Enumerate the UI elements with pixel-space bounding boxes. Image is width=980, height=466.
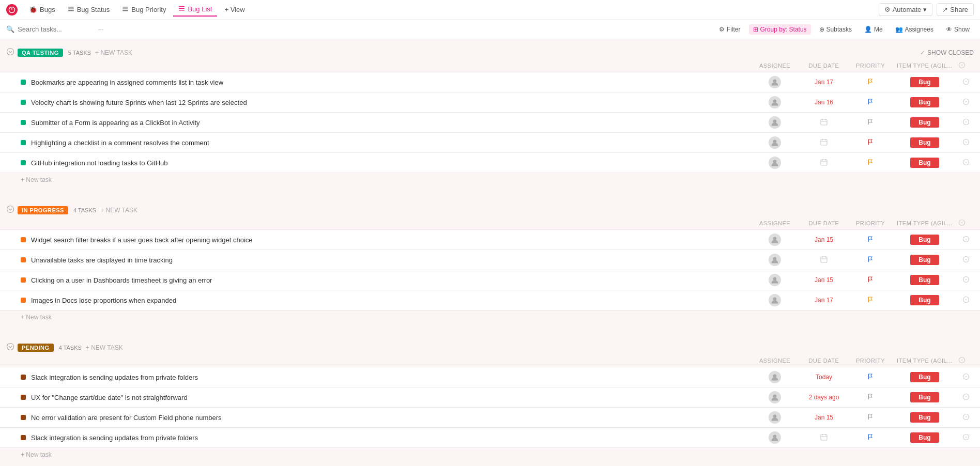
new-task-button-pending[interactable]: + New task — [0, 448, 980, 461]
bug-badge[interactable]: Bug — [910, 255, 939, 265]
bug-badge[interactable]: Bug — [910, 432, 939, 443]
subtasks-button[interactable]: ⊕ Subtasks — [815, 24, 856, 35]
task-due-date[interactable]: Jan 16 — [798, 99, 850, 106]
task-due-date[interactable]: Jan 15 — [798, 414, 850, 421]
settings-icon[interactable] — [962, 433, 970, 442]
table-row[interactable]: Submitter of a Form is appearing as a Cl… — [0, 113, 980, 133]
task-settings[interactable] — [958, 296, 974, 305]
me-button[interactable]: 👤 Me — [860, 24, 887, 35]
task-priority[interactable] — [850, 276, 891, 285]
task-item-type[interactable]: Bug — [891, 392, 958, 402]
task-due-date[interactable] — [798, 433, 850, 442]
task-due-date[interactable] — [798, 118, 850, 127]
bug-badge[interactable]: Bug — [910, 235, 939, 245]
new-task-button-in-progress[interactable]: + New task — [0, 310, 980, 324]
task-priority[interactable] — [850, 236, 891, 244]
section-title-in-progress[interactable]: IN PROGRESS — [18, 206, 68, 214]
table-row[interactable]: Images in Docs lose proportions when exp… — [0, 290, 980, 310]
task-priority[interactable] — [850, 138, 891, 147]
settings-icon[interactable] — [962, 393, 970, 402]
bug-badge[interactable]: Bug — [910, 295, 939, 305]
collapse-button-in-progress[interactable] — [6, 205, 14, 215]
task-item-type[interactable]: Bug — [891, 97, 958, 107]
table-row[interactable]: Clicking on a user in Dashboards timeshe… — [0, 270, 980, 290]
task-name[interactable]: UX for "Change start/due date" is not st… — [31, 394, 752, 401]
task-priority[interactable] — [850, 296, 891, 305]
show-closed-button-qa-testing[interactable]: ✓ SHOW CLOSED — [920, 49, 974, 56]
task-item-type[interactable]: Bug — [891, 137, 958, 148]
nav-bug-list[interactable]: Bug List — [173, 3, 217, 17]
automate-button[interactable]: ⚙ Automate ▾ — [879, 3, 933, 16]
section-title-qa-testing[interactable]: QA TESTING — [18, 49, 63, 57]
task-due-date[interactable] — [798, 256, 850, 265]
table-row[interactable]: Velocity chart is showing future Sprints… — [0, 92, 980, 113]
settings-icon[interactable] — [962, 78, 970, 87]
task-name[interactable]: Images in Docs lose proportions when exp… — [31, 297, 752, 304]
task-name[interactable]: Bookmarks are appearing in assigned comm… — [31, 79, 752, 86]
bug-badge[interactable]: Bug — [910, 275, 939, 285]
share-button[interactable]: ↗ Share — [937, 3, 974, 16]
nav-bug-priority[interactable]: Bug Priority — [117, 4, 171, 16]
task-item-type[interactable]: Bug — [891, 412, 958, 423]
settings-icon[interactable] — [962, 373, 970, 382]
assignees-button[interactable]: 👥 Assignees — [891, 24, 938, 35]
task-due-date[interactable]: Jan 15 — [798, 236, 850, 243]
task-due-date[interactable] — [798, 159, 850, 167]
task-item-type[interactable]: Bug — [891, 158, 958, 168]
task-priority[interactable] — [850, 256, 891, 265]
task-due-date[interactable]: Jan 17 — [798, 297, 850, 304]
bug-badge[interactable]: Bug — [910, 412, 939, 423]
task-item-type[interactable]: Bug — [891, 295, 958, 305]
show-button[interactable]: 👁 Show — [942, 24, 974, 35]
table-row[interactable]: Widget search filter breaks if a user go… — [0, 230, 980, 250]
settings-icon[interactable] — [962, 98, 970, 107]
task-item-type[interactable]: Bug — [891, 275, 958, 285]
task-priority[interactable] — [850, 373, 891, 382]
task-item-type[interactable]: Bug — [891, 372, 958, 382]
settings-icon[interactable] — [962, 138, 970, 147]
settings-icon[interactable] — [962, 236, 970, 244]
table-row[interactable]: Unavailable tasks are displayed in time … — [0, 250, 980, 270]
task-item-type[interactable]: Bug — [891, 432, 958, 443]
task-settings[interactable] — [958, 413, 974, 422]
task-item-type[interactable]: Bug — [891, 235, 958, 245]
task-settings[interactable] — [958, 138, 974, 147]
task-name[interactable]: GitHub integration not loading tasks to … — [31, 159, 752, 167]
bug-badge[interactable]: Bug — [910, 392, 939, 402]
filter-button[interactable]: ⚙ Filter — [715, 24, 745, 35]
task-settings[interactable] — [958, 159, 974, 167]
section-title-pending[interactable]: PENDING — [18, 344, 54, 352]
search-input[interactable] — [18, 25, 95, 33]
task-name[interactable]: Highlighting a checklist in a comment re… — [31, 139, 752, 147]
task-settings[interactable] — [958, 118, 974, 127]
nav-bugs[interactable]: 🐞 Bugs — [24, 4, 60, 15]
task-name[interactable]: Clicking on a user in Dashboards timeshe… — [31, 276, 752, 284]
task-priority[interactable] — [850, 159, 891, 167]
task-item-type[interactable]: Bug — [891, 77, 958, 87]
table-row[interactable]: Bookmarks are appearing in assigned comm… — [0, 72, 980, 92]
table-row[interactable]: UX for "Change start/due date" is not st… — [0, 387, 980, 408]
bug-badge[interactable]: Bug — [910, 137, 939, 148]
table-row[interactable]: Slack integration is sending updates fro… — [0, 367, 980, 387]
task-name[interactable]: Unavailable tasks are displayed in time … — [31, 256, 752, 264]
settings-icon[interactable] — [962, 413, 970, 422]
task-priority[interactable] — [850, 78, 891, 87]
task-item-type[interactable]: Bug — [891, 117, 958, 128]
bug-badge[interactable]: Bug — [910, 158, 939, 168]
add-task-inline-in-progress[interactable]: + NEW TASK — [100, 207, 137, 214]
task-due-date[interactable]: Today — [798, 374, 850, 381]
collapse-button-qa-testing[interactable] — [6, 48, 14, 57]
task-name[interactable]: Submitter of a Form is appearing as a Cl… — [31, 119, 752, 127]
search-box[interactable]: 🔍 ··· — [6, 25, 110, 33]
bug-badge[interactable]: Bug — [910, 77, 939, 87]
settings-icon[interactable] — [962, 159, 970, 167]
task-name[interactable]: Widget search filter breaks if a user go… — [31, 236, 752, 244]
new-task-button-qa-testing[interactable]: + New task — [0, 173, 980, 187]
task-settings[interactable] — [958, 373, 974, 382]
bug-badge[interactable]: Bug — [910, 117, 939, 128]
task-priority[interactable] — [850, 393, 891, 402]
task-name[interactable]: No error validation are present for Cust… — [31, 414, 752, 422]
task-priority[interactable] — [850, 98, 891, 107]
more-options-icon[interactable]: ··· — [98, 25, 104, 33]
task-settings[interactable] — [958, 256, 974, 265]
